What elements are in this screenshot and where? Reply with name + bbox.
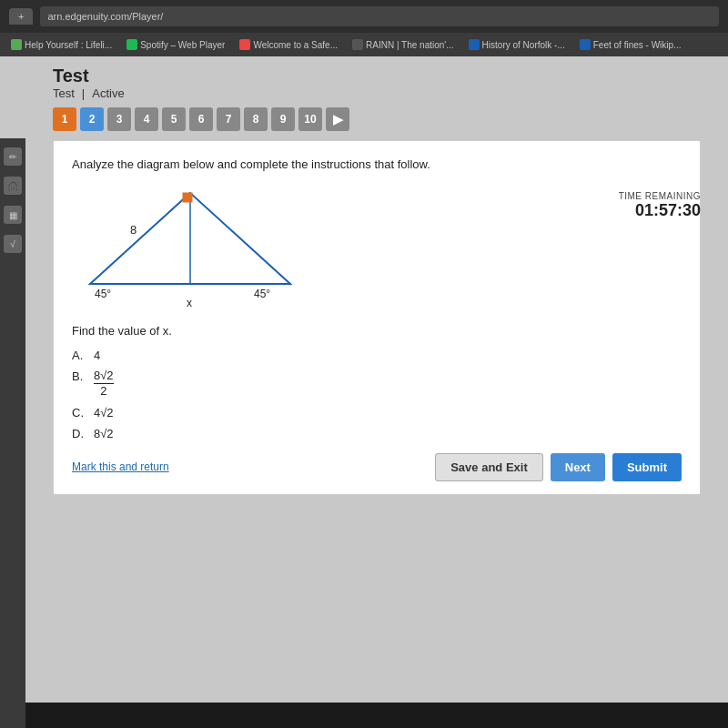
timer-label: TIME REMAINING <box>619 191 701 201</box>
nav-next-button[interactable]: ▶ <box>326 107 349 131</box>
button-group: Save and Exit Next Submit <box>435 453 682 481</box>
browser-bar: + arn.edgenuity.com/Player/ <box>0 0 728 33</box>
question-6[interactable]: 6 <box>189 107 213 131</box>
active-status: Active <box>92 86 124 100</box>
mark-return-link[interactable]: Mark this and return <box>72 460 169 473</box>
question-9[interactable]: 9 <box>271 107 295 131</box>
test-label: Test <box>53 86 75 100</box>
diagram-area: 8 45° 45° x <box>72 184 682 311</box>
answer-d-value: 8√2 <box>94 427 114 440</box>
bookmarks-bar: Help Yourself : Lifeli... Spotify – Web … <box>0 33 728 56</box>
answer-b-fraction: 8√2 2 <box>94 369 114 399</box>
test-header: Test Test | Active <box>53 66 701 100</box>
bottom-bar: Mark this and return Save and Exit Next … <box>72 453 682 481</box>
question-8[interactable]: 8 <box>244 107 268 131</box>
answer-c-label: C. <box>72 406 88 420</box>
bookmark-6[interactable]: Feet of fines - Wikip... <box>574 37 687 52</box>
url-bar[interactable]: arn.edgenuity.com/Player/ <box>40 6 719 26</box>
content-wrapper: Test Test | Active 1 2 3 4 5 6 7 8 9 10 … <box>25 56 728 703</box>
bookmark-2[interactable]: Spotify – Web Player <box>121 37 230 52</box>
bookmark-1[interactable]: Help Yourself : Lifeli... <box>5 37 117 52</box>
question-7[interactable]: 7 <box>217 107 240 131</box>
answer-b-denominator: 2 <box>100 385 106 398</box>
timer-value: 01:57:30 <box>619 201 701 220</box>
svg-text:8: 8 <box>130 223 136 237</box>
question-box: Analyze the diagram below and complete t… <box>53 140 701 495</box>
bookmark-5[interactable]: History of Norfolk -... <box>463 37 571 52</box>
svg-text:45°: 45° <box>95 288 111 300</box>
question-10[interactable]: 10 <box>298 107 322 131</box>
question-3[interactable]: 3 <box>107 107 131 131</box>
question-4[interactable]: 4 <box>135 107 158 131</box>
headphone-icon[interactable]: 🎧 <box>4 177 22 195</box>
sqrt-icon[interactable]: √ <box>4 235 22 253</box>
find-text: Find the value of x. <box>72 324 682 338</box>
answer-b-numerator: 8√2 <box>94 369 114 382</box>
question-5[interactable]: 5 <box>162 107 186 131</box>
answer-b[interactable]: B. 8√2 2 <box>72 369 682 399</box>
test-subtitle: Test | Active <box>53 86 701 100</box>
answer-d-label: D. <box>72 427 88 440</box>
save-exit-button[interactable]: Save and Exit <box>435 453 543 481</box>
answer-c-value: 4√2 <box>94 406 114 420</box>
answer-b-label: B. <box>72 369 88 383</box>
svg-rect-2 <box>183 193 192 202</box>
sidebar-left: ✏ 🎧 ▦ √ <box>0 138 25 728</box>
answer-c[interactable]: C. 4√2 <box>72 406 682 420</box>
submit-button[interactable]: Submit <box>612 453 682 481</box>
test-title: Test <box>53 66 701 86</box>
svg-text:x: x <box>187 297 192 309</box>
question-nav: 1 2 3 4 5 6 7 8 9 10 ▶ <box>53 107 349 131</box>
answer-d[interactable]: D. 8√2 <box>72 427 682 440</box>
next-button[interactable]: Next <box>551 453 605 481</box>
browser-tab[interactable]: + <box>9 8 33 25</box>
bookmark-4[interactable]: RAINN | The nation'... <box>347 37 460 52</box>
answer-choices: A. 4 B. 8√2 2 C. 4√2 <box>72 349 682 440</box>
timer-area: TIME REMAINING 01:57:30 <box>619 191 701 220</box>
question-1[interactable]: 1 <box>53 107 76 131</box>
calculator-icon[interactable]: ▦ <box>4 206 22 224</box>
bookmark-3[interactable]: Welcome to a Safe... <box>234 37 343 52</box>
separator: | <box>82 86 85 100</box>
answer-a-value: 4 <box>94 349 100 362</box>
answer-a[interactable]: A. 4 <box>72 349 682 362</box>
question-2[interactable]: 2 <box>80 107 104 131</box>
svg-text:45°: 45° <box>254 288 270 300</box>
answer-a-label: A. <box>72 349 88 362</box>
pencil-icon[interactable]: ✏ <box>4 147 22 166</box>
question-instructions: Analyze the diagram below and complete t… <box>72 157 682 171</box>
triangle-diagram: 8 45° 45° x <box>72 184 308 311</box>
